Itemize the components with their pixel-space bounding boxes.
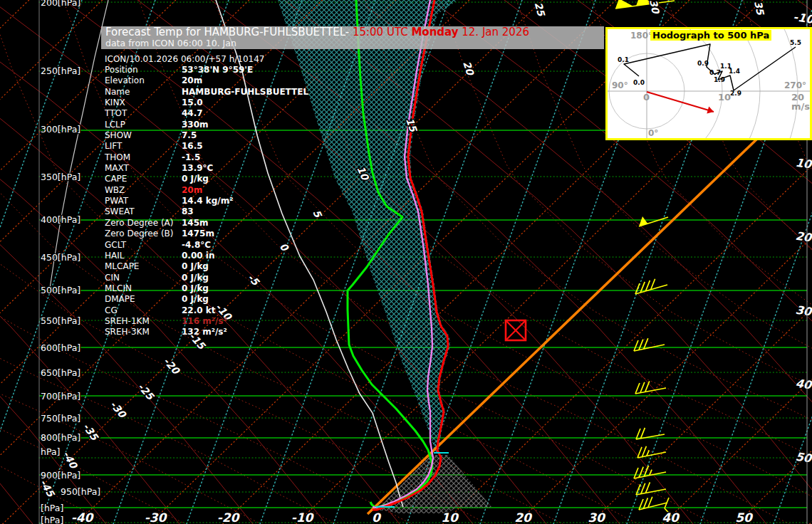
barb-tine — [637, 447, 642, 458]
skewed-line-label: 25 — [533, 1, 548, 18]
barb-pennant — [615, 0, 633, 9]
index-value: 132 m²/s² — [182, 327, 227, 337]
wind-barb — [635, 381, 666, 394]
storm-marker-box — [506, 320, 526, 340]
temperature-tick-label: 50 — [735, 510, 754, 524]
index-value: 330m — [182, 120, 209, 130]
table-row: THOM-1.5 — [105, 152, 318, 162]
skewed-line-label: 35 — [752, 0, 766, 16]
aux-white-line — [50, 0, 108, 288]
index-value: 22.0 kt — [182, 305, 216, 315]
isotherm-line — [0, 0, 29, 524]
title-banner: Forecast Temp for HAMBURG-FUHLSBUETTEL- … — [101, 26, 604, 49]
index-value: 44.7 — [182, 108, 203, 118]
chart-title: Forecast Temp for HAMBURG-FUHLSBUETTEL- … — [105, 27, 600, 38]
barb-pennant — [639, 216, 647, 226]
title-station: Forecast Temp for HAMBURG-FUHLSBUETTEL- — [105, 26, 353, 38]
index-value: 0 J/kg — [182, 261, 209, 271]
barb-tine — [634, 468, 638, 478]
temperature-tick-label: -10 — [291, 510, 315, 524]
skewed-line-label: -20 — [161, 355, 182, 377]
dry-adiabat-line — [0, 0, 33, 524]
hodograph-canvas: 90°270°0°01020m/s0.00.10.50.90.71.11.91.… — [608, 29, 810, 138]
pressure-label: 450[hPa] — [41, 252, 80, 263]
temperature-tick-label: 20 — [514, 510, 533, 524]
hodograph-height-label: 1.9 — [714, 76, 725, 83]
barb-tine — [639, 467, 643, 478]
table-row: KINX15.0 — [105, 97, 318, 108]
table-row: Elevation20m — [105, 75, 318, 86]
wind-barb — [636, 482, 666, 495]
hodograph-inset: 180° Hodograph to 500 hPa 90°270°0°01020… — [605, 27, 812, 140]
table-row: MAXT13.9°C — [105, 162, 318, 173]
index-value: 0 J/kg — [182, 294, 209, 304]
index-label: GCLT — [105, 240, 182, 250]
pressure-label: 750[hPa] — [41, 413, 80, 424]
wind-barb — [639, 216, 668, 226]
pressure-label: 900[hPa] — [41, 470, 80, 481]
index-value: 20m — [182, 185, 202, 195]
hodograph-speed-label: 0 — [643, 92, 650, 103]
pressure-label: 200[hPa] — [41, 0, 80, 8]
index-label: TTOT — [105, 108, 182, 118]
pressure-label: 500[hPa] — [41, 285, 80, 295]
barb-staff — [635, 388, 666, 394]
temperature-tick-label: -40 — [71, 510, 95, 524]
isotherm-edge-label: 40 — [795, 377, 812, 392]
table-row: TTOT44.7 — [105, 108, 318, 119]
index-label: MLCIN — [105, 283, 182, 293]
isotherm-edge-label: 10 — [795, 156, 812, 172]
index-label: CIN — [105, 273, 182, 283]
index-value: 20m — [182, 75, 202, 85]
skewed-line-label: -35 — [80, 421, 100, 443]
pressure-label: 600[hPa] — [41, 342, 80, 353]
table-row: MLCIN0 J/kg — [105, 283, 318, 293]
table-row: LCLP330m — [105, 119, 318, 130]
hodograph-degree-label: 90° — [612, 80, 628, 90]
barb-tine — [642, 446, 646, 457]
index-label: SREH-1KM — [105, 316, 182, 326]
table-row: PWAT14.4 kg/m² — [105, 195, 318, 206]
model-run-text: ICON/10.01.2026 06:00/+57 h/10147 — [105, 54, 265, 64]
sounding-chart: 51015202530350-5-10-15-20-25-30-35-40-45… — [0, 0, 812, 524]
index-label: PWAT — [105, 196, 182, 206]
table-row: Zero Degree (B)1475m — [105, 229, 318, 239]
index-value: 83 — [182, 206, 194, 216]
skewed-line-label: -45 — [38, 478, 57, 500]
pressure-label: 250[hPa] — [41, 66, 80, 76]
hodograph-degree-label: 0° — [648, 128, 658, 138]
index-value: 145m — [182, 218, 209, 228]
index-value: -4.8°C — [182, 240, 211, 250]
skewed-line-label: -30 — [108, 399, 129, 421]
hodograph-trace — [624, 44, 796, 90]
index-label: THOM — [105, 152, 182, 162]
index-value: 1475m — [182, 229, 214, 239]
index-label: SREH-3KM — [105, 327, 182, 337]
barb-tine — [645, 482, 650, 493]
pressure-label: 800[hPa] — [41, 432, 80, 443]
barb-tine — [640, 382, 645, 393]
hodograph-height-label: 5.5 — [790, 39, 801, 46]
table-row: CAPE0 J/kg — [105, 174, 318, 184]
pressure-label: 950[hPa] — [61, 486, 100, 497]
title-time: 15:00 UTC — [353, 26, 412, 38]
barb-tine — [640, 428, 645, 439]
barb-tine — [643, 498, 647, 508]
barb-tine — [639, 499, 643, 510]
index-label: HAIL — [105, 251, 182, 261]
temperature-tick-label: -30 — [145, 510, 168, 524]
barb-staff — [639, 503, 667, 510]
skewed-line-label: -25 — [135, 381, 157, 402]
index-value: 116 m²/s² — [182, 316, 227, 326]
index-label: SHOW — [105, 130, 182, 140]
index-value: 53°38'N 9°59'E — [182, 65, 253, 75]
title-day: Monday — [411, 26, 458, 38]
barb-tine — [645, 381, 650, 392]
table-row: CG22.0 kt — [105, 305, 318, 315]
index-value: 16.5 — [182, 141, 203, 151]
barb-tine — [634, 340, 638, 351]
index-value: 13.9°C — [182, 163, 213, 173]
hodograph-height-label: 2.9 — [730, 90, 741, 97]
title-date: 12. Jan 2026 — [459, 26, 529, 38]
hodograph-180-label: 180° — [630, 31, 652, 41]
